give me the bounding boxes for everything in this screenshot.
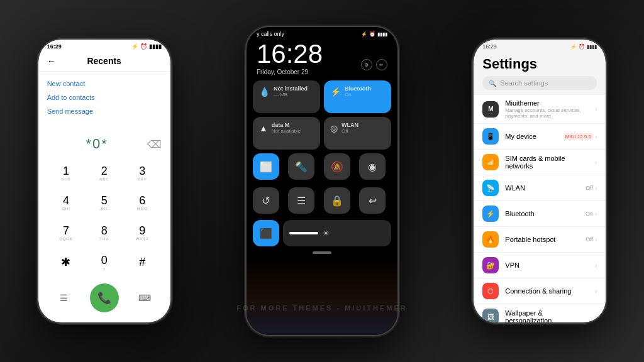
icon-button-grid-bottom: ↺ ☰ 🔒 ↩ (247, 184, 397, 217)
storage-icon: 💧 (259, 87, 270, 97)
battery-icon-left: ▮▮▮▮ (149, 43, 162, 50)
bluetooth-tile[interactable]: ⚡ Bluetooth On (324, 80, 391, 113)
search-icon: 🔍 (489, 80, 496, 87)
vpn-right: › (595, 262, 597, 269)
wlan-value: Off (586, 185, 593, 191)
action-new-contact[interactable]: New contact (47, 77, 162, 90)
timer-btn[interactable]: ↺ (253, 187, 279, 214)
sharing-name: Connection & sharing (505, 287, 589, 295)
key-2[interactable]: 2ABC (85, 158, 123, 188)
chevron-icon: › (595, 211, 597, 217)
edit-circle-icon[interactable]: ✏ (376, 59, 387, 70)
settings-circle-icon[interactable]: ⚙ (361, 59, 372, 70)
wlan-tile[interactable]: ◎ WLAN Off (324, 117, 391, 150)
chevron-icon: › (595, 106, 597, 112)
brightness-fill (289, 232, 318, 234)
status-time-left: 16:29 (47, 43, 62, 50)
settings-item-wallpaper[interactable]: 🖼 Wallpaper & personalization › (474, 304, 606, 322)
back-btn[interactable]: ↩ (359, 187, 386, 214)
settings-item-wlan[interactable]: 📡 WLAN Off › (474, 175, 606, 201)
center-status-icons: ⚡ ⏰ ▮▮▮▮ (361, 31, 387, 37)
dialer-display: *0* ⌫ (38, 129, 170, 158)
center-header-icons: ⚙ ✏ (361, 59, 387, 75)
menu-icon[interactable]: ☰ (56, 290, 71, 305)
device-name: My device (505, 133, 557, 140)
miuithemer-right: › (595, 106, 597, 112)
dialer-header: ← Recents (38, 51, 170, 72)
chevron-icon: › (595, 262, 597, 269)
status-bar-center: y calls only ⚡ ⏰ ▮▮▮▮ (247, 27, 397, 38)
dialer-bottom: ☰ 📞 ⌨ (38, 277, 170, 322)
bluetooth-info: Bluetooth (505, 210, 579, 217)
mobile-data-tile[interactable]: ▲ data M Not available (253, 117, 320, 150)
key-4[interactable]: 4GHI (47, 188, 86, 217)
key-7[interactable]: 7PQRS (47, 218, 86, 248)
back-arrow-icon[interactable]: ← (47, 56, 56, 66)
sim-right: › (595, 159, 597, 166)
nfc-btn[interactable]: ☰ (288, 187, 314, 214)
vpn-icon: 🔐 (482, 257, 499, 273)
bluetooth-tile-icon: ⚡ (330, 87, 341, 97)
settings-item-bluetooth[interactable]: ⚡ Bluetooth On › (474, 201, 606, 227)
alarm-icon-right: ⏰ (579, 44, 585, 50)
miui-badge: MIUI 12.5.5 (564, 133, 593, 140)
settings-title: Settings (474, 51, 606, 76)
hotspot-value: Off (586, 236, 593, 243)
settings-item-device[interactable]: 📱 My device MIUI 12.5.5 › (474, 124, 606, 150)
key-5[interactable]: 5JKL (85, 188, 123, 217)
status-bar-left: 16:29 ⚡ ⏰ ▮▮▮▮ (38, 40, 170, 51)
bottom-blur (247, 258, 397, 335)
key-6[interactable]: 6MNO (123, 188, 162, 217)
settings-item-sharing[interactable]: ⬡ Connection & sharing › (474, 278, 606, 304)
dialpad-icon[interactable]: ⌨ (137, 290, 152, 305)
settings-item-hotspot[interactable]: 🔥 Portable hotspot Off › (474, 227, 606, 253)
settings-screen: 16:29 ⚡ ⏰ ▮▮▮▮ Settings 🔍 Search setting… (474, 40, 606, 322)
screen-record-btn[interactable]: ⬜ (253, 153, 279, 180)
delete-icon[interactable]: ⌫ (147, 138, 162, 150)
sim-icon: 📶 (482, 154, 499, 170)
device-icon: 📱 (482, 128, 499, 145)
control-header: 16:28 Friday, October 29 ⚙ ✏ (247, 38, 397, 80)
hotspot-name: Portable hotspot (505, 236, 579, 243)
wallpaper-right: › (595, 314, 597, 321)
dialer-number: *0* (47, 136, 147, 152)
key-3[interactable]: 3DEF (123, 158, 162, 188)
silent-btn[interactable]: 🔕 (324, 153, 350, 180)
search-placeholder: Search settings (500, 79, 548, 87)
lock-btn[interactable]: 🔒 (324, 187, 350, 214)
call-button[interactable]: 📞 (90, 283, 119, 312)
settings-item-miuithemer[interactable]: M Miuithemer Manage accounts, cloud serv… (474, 95, 606, 124)
device-info: My device (505, 133, 557, 140)
rotate-btn[interactable]: ◉ (359, 153, 386, 180)
pill-bar (247, 251, 397, 254)
airdrop-btn[interactable]: ⬛ (253, 220, 279, 246)
brightness-slider[interactable]: ☀ (283, 220, 391, 246)
wallpaper-name: Wallpaper & personalization (505, 309, 589, 322)
right-status-icons: ⚡ ⏰ ▮▮▮▮ (570, 43, 597, 50)
flashlight-btn[interactable]: 🔦 (288, 153, 314, 180)
calls-only-text: y calls only (257, 31, 284, 37)
sim-info: SIM cards & mobile networks (505, 155, 589, 170)
key-star[interactable]: ✱ (47, 248, 86, 277)
home-pill[interactable] (313, 251, 331, 254)
settings-item-sim[interactable]: 📶 SIM cards & mobile networks › (474, 150, 606, 175)
alarm-icon-center: ⏰ (369, 31, 375, 37)
battery-icon-right: ▮▮▮▮ (587, 44, 597, 50)
settings-item-vpn[interactable]: 🔐 VPN › (474, 253, 606, 278)
storage-tile[interactable]: 💧 Not installed — MB (253, 80, 320, 113)
key-9[interactable]: 9WXYZ (123, 218, 162, 248)
key-0[interactable]: 0+ (85, 248, 123, 277)
action-send-message[interactable]: Send message (47, 104, 162, 118)
hotspot-right: Off › (586, 236, 597, 243)
miuithemer-icon: M (482, 101, 499, 118)
wlan-tile-icon: ◎ (330, 123, 338, 133)
key-hash[interactable]: # (123, 248, 162, 277)
status-time-right: 16:29 (482, 43, 497, 50)
key-1[interactable]: 1GLD (47, 158, 86, 188)
key-8[interactable]: 8TUV (85, 218, 123, 248)
action-add-contacts[interactable]: Add to contacts (47, 90, 162, 104)
wlan-name: WLAN (505, 184, 579, 192)
settings-search-bar[interactable]: 🔍 Search settings (482, 76, 597, 90)
sharing-right: › (595, 288, 597, 295)
wallpaper-info: Wallpaper & personalization (505, 309, 589, 322)
